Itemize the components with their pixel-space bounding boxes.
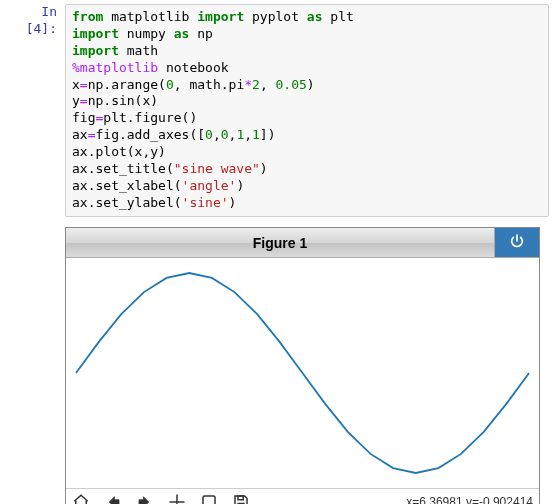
call: ax.set_xlabel( [72, 178, 182, 193]
figure-title: Figure 1 [66, 228, 495, 257]
call: ax.plot(x,y) [72, 144, 166, 159]
text: , [244, 127, 252, 142]
input-prompt: In [4]: [5, 4, 65, 217]
number: 0 [221, 127, 229, 142]
name: plt [330, 9, 353, 24]
call: ax.set_ylabel( [72, 195, 182, 210]
var: fig [72, 110, 95, 125]
number: 0.05 [276, 77, 307, 92]
call: np.sin(x) [88, 93, 158, 108]
op: = [80, 93, 88, 108]
home-icon[interactable] [72, 493, 90, 504]
number: 0 [166, 77, 174, 92]
number: 1 [252, 127, 260, 142]
forward-icon[interactable] [136, 493, 154, 504]
pan-icon[interactable] [168, 493, 186, 504]
text: , [260, 77, 276, 92]
string: 'sine' [182, 195, 229, 210]
module: numpy [127, 26, 166, 41]
code-cell: In [4]: from matplotlib import pyplot as… [0, 0, 554, 221]
magic: %matplotlib [72, 60, 158, 75]
text: ) [236, 178, 244, 193]
coordinate-readout: x=6.36981 y=-0.902414 [406, 495, 533, 504]
keyword: as [174, 26, 190, 41]
number: 2 [252, 77, 260, 92]
text: ]) [260, 127, 276, 142]
call: fig.add_axes([ [95, 127, 205, 142]
figure-toolbar: x=6.36981 y=-0.902414 [66, 488, 539, 504]
save-icon[interactable] [232, 493, 250, 504]
keyword: import [72, 26, 119, 41]
svg-rect-2 [203, 496, 215, 504]
call: np.arange( [88, 77, 166, 92]
call: ax.set_title( [72, 161, 174, 176]
figure-header: Figure 1 [66, 228, 539, 258]
text: , [213, 127, 221, 142]
plot-canvas[interactable] [66, 258, 539, 488]
text: , math.pi [174, 77, 244, 92]
var: y [72, 93, 80, 108]
var: ax [72, 127, 88, 142]
code-editor[interactable]: from matplotlib import pyplot as plt imp… [65, 4, 549, 217]
text: ) [260, 161, 268, 176]
string: "sine wave" [174, 161, 260, 176]
magic-arg: notebook [166, 60, 229, 75]
back-icon[interactable] [104, 493, 122, 504]
keyword: as [307, 9, 323, 24]
stop-interaction-button[interactable] [495, 228, 539, 257]
name: np [197, 26, 213, 41]
string: 'angle' [182, 178, 237, 193]
text: ) [307, 77, 315, 92]
output-area: Figure 1 [65, 227, 544, 504]
call: plt.figure() [103, 110, 197, 125]
keyword: import [197, 9, 244, 24]
module: math [127, 43, 158, 58]
op: = [80, 77, 88, 92]
op: * [244, 77, 252, 92]
svg-rect-4 [238, 496, 243, 500]
number: 0 [205, 127, 213, 142]
keyword: import [72, 43, 119, 58]
module: matplotlib [111, 9, 189, 24]
name: pyplot [252, 9, 299, 24]
power-icon [509, 233, 525, 252]
var: x [72, 77, 80, 92]
sine-line [76, 273, 529, 473]
text: ) [229, 195, 237, 210]
zoom-icon[interactable] [200, 493, 218, 504]
figure-widget: Figure 1 [65, 227, 540, 504]
keyword: from [72, 9, 103, 24]
